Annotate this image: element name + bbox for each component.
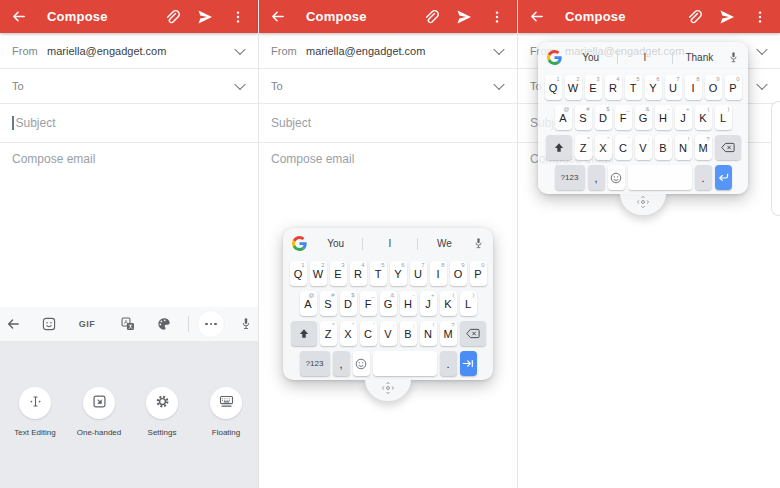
key-w[interactable]: W2 — [565, 75, 582, 100]
to-field[interactable]: To — [0, 69, 258, 104]
key-s[interactable]: S# — [575, 105, 592, 130]
chevron-down-icon[interactable] — [756, 43, 767, 54]
translate-icon[interactable]: A — [121, 317, 135, 331]
key-b[interactable]: B; — [400, 321, 417, 346]
suggestion-chip[interactable]: I — [363, 238, 416, 249]
enter-key[interactable] — [460, 351, 477, 376]
chevron-down-icon[interactable] — [493, 79, 504, 90]
comma-key[interactable]: , — [588, 165, 605, 190]
backspace-key[interactable] — [460, 321, 486, 346]
send-icon[interactable] — [455, 8, 473, 26]
suggestion-chip[interactable]: You — [564, 52, 617, 63]
key-t[interactable]: T5 — [625, 75, 642, 100]
key-y[interactable]: Y6 — [390, 261, 407, 286]
from-field[interactable]: From mariella@engadget.com — [0, 33, 258, 69]
key-e[interactable]: E3 — [330, 261, 347, 286]
key-m[interactable]: M? — [695, 135, 712, 160]
chevron-down-icon[interactable] — [756, 79, 767, 90]
key-l[interactable]: L) — [715, 105, 732, 130]
paperclip-icon[interactable] — [422, 8, 440, 26]
key-e[interactable]: E3 — [585, 75, 602, 100]
key-o[interactable]: O9 — [705, 75, 722, 100]
theme-palette-icon[interactable] — [157, 317, 171, 331]
keyboard-drag-handle[interactable] — [365, 379, 411, 401]
suggestion-chip[interactable]: I — [618, 52, 671, 63]
symbols-key[interactable]: ?123 — [555, 165, 585, 190]
key-g[interactable]: G& — [635, 105, 652, 130]
option-settings[interactable]: Settings — [130, 387, 194, 437]
more-options-button[interactable] — [198, 311, 224, 337]
shift-key[interactable] — [546, 135, 572, 160]
key-k[interactable]: K( — [695, 105, 712, 130]
send-icon[interactable] — [196, 8, 214, 26]
emoji-key[interactable] — [353, 351, 370, 376]
key-f[interactable]: F_ — [615, 105, 632, 130]
suggestion-chip[interactable]: Thank — [673, 52, 726, 63]
space-key[interactable] — [373, 351, 437, 376]
key-a[interactable]: A@ — [300, 291, 317, 316]
overflow-menu-icon[interactable] — [751, 8, 769, 26]
shift-key[interactable] — [291, 321, 317, 346]
key-s[interactable]: S# — [320, 291, 337, 316]
key-d[interactable]: D$ — [340, 291, 357, 316]
key-p[interactable]: P0 — [725, 75, 742, 100]
keyboard-drag-handle[interactable] — [620, 193, 666, 215]
key-i[interactable]: I8 — [430, 261, 447, 286]
overflow-menu-icon[interactable] — [229, 8, 247, 26]
period-key[interactable]: . — [695, 165, 712, 190]
key-u[interactable]: U7 — [410, 261, 427, 286]
floating-keyboard[interactable]: YouIWeQ1W2E3R4T5Y6U7I8O9P0A@S#D$F_G&H-J+… — [283, 228, 493, 380]
floating-keyboard-moved[interactable]: YouIThankQ1W2E3R4T5Y6U7I8O9P0A@S#D$F_G&H… — [538, 42, 748, 194]
key-x[interactable]: X" — [340, 321, 357, 346]
key-c[interactable]: C' — [615, 135, 632, 160]
period-key[interactable]: . — [440, 351, 457, 376]
body-placeholder[interactable]: Compose email — [271, 152, 354, 166]
keyboard-back-arrow-icon[interactable] — [6, 317, 20, 331]
key-v[interactable]: V: — [635, 135, 652, 160]
key-k[interactable]: K( — [440, 291, 457, 316]
key-v[interactable]: V: — [380, 321, 397, 346]
emoji-key[interactable] — [608, 165, 625, 190]
option-one-handed[interactable]: One-handed — [67, 387, 131, 437]
key-r[interactable]: R4 — [350, 261, 367, 286]
mic-icon[interactable] — [240, 317, 252, 331]
space-key[interactable] — [628, 165, 692, 190]
suggestion-chip[interactable]: We — [418, 238, 471, 249]
key-f[interactable]: F_ — [360, 291, 377, 316]
mic-icon[interactable] — [473, 237, 484, 250]
key-y[interactable]: Y6 — [645, 75, 662, 100]
key-t[interactable]: T5 — [370, 261, 387, 286]
key-r[interactable]: R4 — [605, 75, 622, 100]
key-m[interactable]: M? — [440, 321, 457, 346]
option-floating[interactable]: Floating — [194, 387, 258, 437]
key-a[interactable]: A@ — [555, 105, 572, 130]
key-j[interactable]: J+ — [675, 105, 692, 130]
key-h[interactable]: H- — [400, 291, 417, 316]
key-q[interactable]: Q1 — [545, 75, 562, 100]
key-c[interactable]: C' — [360, 321, 377, 346]
key-x[interactable]: X" — [595, 135, 612, 160]
gif-icon[interactable]: GIF — [79, 319, 96, 329]
key-n[interactable]: N! — [420, 321, 437, 346]
sticker-icon[interactable] — [42, 317, 56, 331]
suggestion-chip[interactable]: You — [309, 238, 362, 249]
back-arrow-icon[interactable] — [11, 9, 26, 24]
from-field[interactable]: From mariella@engadget.com — [259, 33, 517, 69]
key-z[interactable]: Z* — [575, 135, 592, 160]
key-h[interactable]: H- — [655, 105, 672, 130]
back-arrow-icon[interactable] — [270, 9, 285, 24]
body-placeholder[interactable]: Compose email — [12, 152, 95, 166]
back-arrow-icon[interactable] — [529, 9, 544, 24]
subject-field[interactable]: Subject — [0, 104, 258, 143]
to-field[interactable]: To — [259, 69, 517, 104]
key-w[interactable]: W2 — [310, 261, 327, 286]
key-d[interactable]: D$ — [595, 105, 612, 130]
chevron-down-icon[interactable] — [493, 43, 504, 54]
overflow-menu-icon[interactable] — [488, 8, 506, 26]
key-i[interactable]: I8 — [685, 75, 702, 100]
chevron-down-icon[interactable] — [234, 79, 245, 90]
backspace-key[interactable] — [715, 135, 741, 160]
key-o[interactable]: O9 — [450, 261, 467, 286]
google-logo-icon[interactable] — [547, 50, 562, 65]
paperclip-icon[interactable] — [685, 8, 703, 26]
